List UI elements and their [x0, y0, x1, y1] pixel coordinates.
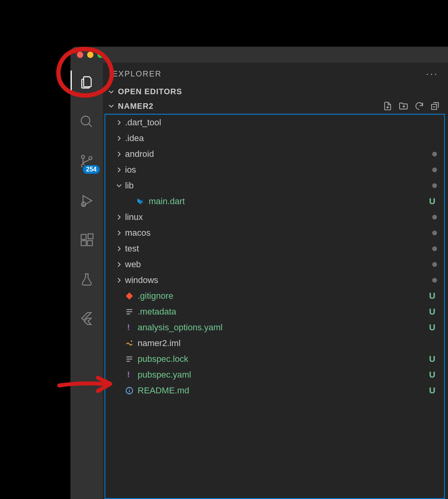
new-file-icon[interactable] — [383, 101, 393, 111]
scm-dot-indicator — [432, 168, 437, 172]
tree-item-label: macos — [125, 228, 432, 238]
svg-point-0 — [81, 116, 90, 125]
scm-dot-indicator — [432, 246, 437, 251]
chevron-right-icon — [115, 276, 123, 285]
info-file-icon — [125, 386, 134, 395]
chevron-down-icon — [107, 88, 116, 96]
tree-item-label: test — [125, 244, 432, 254]
folder-row[interactable]: web — [105, 257, 444, 272]
activity-explorer[interactable] — [71, 71, 103, 94]
tree-item-label: .dart_tool — [125, 117, 427, 128]
sidebar-title-row: EXPLORER ··· — [103, 63, 446, 85]
scm-status: U — [427, 354, 437, 364]
text-file-icon — [125, 307, 134, 316]
scm-dot-indicator — [432, 278, 437, 283]
file-row[interactable]: namer2.iml — [105, 335, 444, 351]
svg-rect-12 — [88, 234, 93, 239]
scm-status: U — [427, 291, 437, 301]
folder-row[interactable]: ios — [105, 162, 444, 178]
files-icon — [79, 75, 94, 90]
folder-row[interactable]: .dart_tool — [105, 115, 444, 130]
activity-debug[interactable] — [71, 189, 103, 212]
activity-search[interactable] — [71, 110, 103, 134]
file-row[interactable]: README.mdU — [105, 383, 444, 398]
beaker-icon — [79, 272, 94, 287]
open-editors-header[interactable]: OPEN EDITORS — [103, 85, 446, 99]
activity-flutter[interactable] — [71, 307, 103, 331]
folder-row[interactable]: macos — [105, 225, 444, 241]
folder-row[interactable]: .idea — [105, 130, 444, 146]
chevron-down-icon — [115, 181, 123, 190]
tree-item-label: namer2.iml — [138, 338, 427, 348]
scm-dot-indicator — [432, 231, 437, 235]
sidebar-more-button[interactable]: ··· — [426, 72, 439, 76]
tree-item-label: .metadata — [138, 307, 427, 317]
project-name: NAMER2 — [118, 102, 153, 111]
refresh-icon[interactable] — [414, 101, 424, 111]
file-row[interactable]: .metadataU — [105, 304, 444, 320]
file-row[interactable]: .gitignoreU — [105, 288, 444, 304]
svg-text:!: ! — [127, 323, 130, 331]
scm-badge: 254 — [82, 164, 101, 175]
dart-file-icon — [136, 197, 145, 206]
svg-rect-9 — [81, 235, 86, 240]
svg-point-30 — [129, 389, 130, 389]
scm-status: U — [427, 307, 437, 317]
file-row[interactable]: pubspec.lockU — [105, 351, 444, 367]
folder-row[interactable]: lib — [105, 178, 444, 194]
collapse-all-icon[interactable] — [430, 101, 440, 111]
chevron-right-icon — [115, 150, 123, 158]
tree-item-label: .idea — [125, 133, 427, 143]
titlebar — [71, 47, 448, 63]
tree-item-label: lib — [125, 181, 432, 191]
text-file-icon — [125, 355, 134, 363]
svg-rect-11 — [88, 241, 93, 246]
activity-source-control[interactable]: 254 — [71, 149, 103, 173]
git-file-icon — [125, 292, 134, 300]
flutter-icon — [79, 311, 94, 326]
folder-row[interactable]: test — [105, 241, 444, 257]
tree-item-label: main.dart — [149, 196, 427, 207]
activity-extensions[interactable] — [71, 228, 103, 252]
svg-point-4 — [89, 156, 92, 160]
svg-point-23 — [131, 341, 133, 342]
svg-text:!: ! — [127, 371, 130, 379]
folder-row[interactable]: windows — [105, 272, 444, 288]
window-zoom-button[interactable] — [97, 52, 104, 58]
app-window: 254 — [71, 47, 448, 499]
window-minimize-button[interactable] — [87, 52, 93, 58]
chevron-right-icon — [115, 213, 123, 222]
new-folder-icon[interactable] — [398, 101, 409, 111]
activity-testing[interactable] — [71, 268, 103, 291]
file-tree[interactable]: .dart_tool.ideaandroidioslibmain.dartUli… — [105, 114, 445, 499]
tree-item-label: linux — [125, 212, 432, 222]
debug-icon — [79, 193, 94, 208]
scm-dot-indicator — [432, 183, 437, 188]
yaml-file-icon: ! — [125, 323, 134, 332]
sidebar-title: EXPLORER — [112, 69, 162, 78]
folder-row[interactable]: android — [105, 146, 444, 162]
window-close-button[interactable] — [77, 52, 83, 58]
yaml-file-icon: ! — [125, 371, 134, 379]
chevron-right-icon — [115, 166, 123, 174]
folder-row[interactable]: linux — [105, 209, 444, 225]
svg-point-2 — [82, 155, 85, 158]
chevron-right-icon — [115, 229, 123, 237]
scm-dot-indicator — [432, 152, 437, 156]
tree-item-label: pubspec.yaml — [138, 370, 427, 380]
file-row[interactable]: !analysis_options.yamlU — [105, 320, 444, 335]
scm-status: U — [427, 322, 437, 333]
scm-dot-indicator — [432, 262, 437, 267]
chevron-right-icon — [115, 244, 123, 253]
tree-item-label: analysis_options.yaml — [138, 322, 427, 333]
extensions-icon — [79, 233, 94, 248]
file-row[interactable]: !pubspec.yamlU — [105, 367, 444, 383]
chevron-right-icon — [115, 260, 123, 269]
activity-bar: 254 — [71, 63, 103, 499]
project-header[interactable]: NAMER2 — [103, 99, 446, 114]
file-row[interactable]: main.dartU — [105, 194, 444, 209]
tree-item-label: README.md — [138, 385, 427, 396]
project-header-actions — [383, 101, 443, 111]
scm-status: U — [427, 370, 437, 380]
tree-item-label: ios — [125, 165, 432, 175]
